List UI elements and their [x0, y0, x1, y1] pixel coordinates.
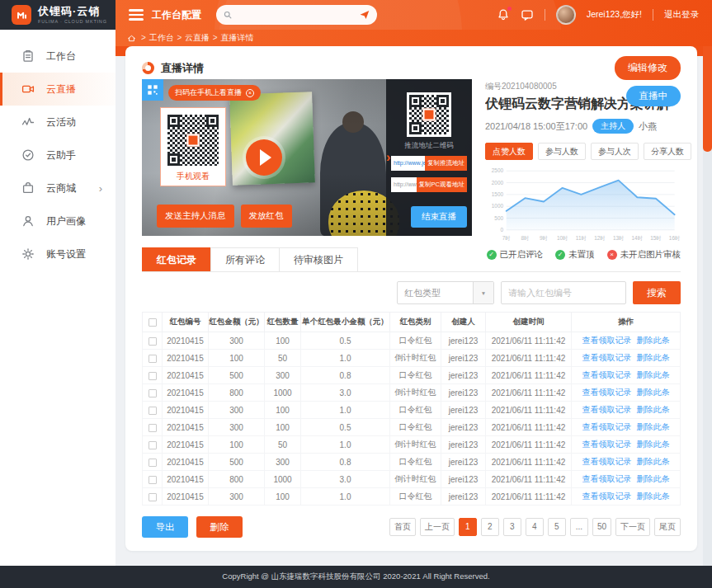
sidebar-item-cloud-activity[interactable]: 云活动: [0, 106, 116, 139]
delete-row-link[interactable]: 删除此条: [637, 457, 670, 466]
send-redpacket-button[interactable]: 发放红包: [241, 205, 292, 228]
menu-toggle-icon[interactable]: [129, 9, 144, 21]
send-icon[interactable]: [359, 9, 370, 21]
view-records-link[interactable]: 查看领取记录: [582, 336, 632, 345]
stat-tab[interactable]: 参与人数: [538, 143, 586, 160]
table-cell: 倒计时红包: [390, 384, 441, 402]
close-icon[interactable]: ×: [246, 89, 254, 97]
delete-row-link[interactable]: 删除此条: [637, 388, 670, 397]
row-checkbox[interactable]: [149, 493, 157, 501]
stat-tab[interactable]: 分享人数: [644, 143, 691, 160]
row-checkbox[interactable]: [149, 389, 157, 397]
brand-logo[interactable]: 伏锂码·云销 FULIMA · CLOUD MKTING: [0, 0, 116, 30]
messages-button[interactable]: [521, 8, 534, 21]
sidebar-item-user-profile[interactable]: 用户画像: [0, 205, 116, 238]
page-ellipsis[interactable]: ...: [570, 518, 588, 536]
page-next[interactable]: 下一页: [615, 518, 650, 536]
page-50[interactable]: 50: [592, 518, 611, 536]
row-checkbox[interactable]: [149, 424, 157, 432]
send-host-message-button[interactable]: 发送主持人消息: [157, 205, 234, 228]
qr-badge-icon[interactable]: [142, 79, 163, 101]
row-checkbox[interactable]: [149, 372, 157, 380]
delete-row-link[interactable]: 删除此条: [637, 440, 670, 449]
table-cell: 100: [265, 402, 301, 419]
workbench-config-link[interactable]: 工作台配置: [152, 8, 201, 22]
export-button[interactable]: 导出: [142, 516, 188, 538]
page-3[interactable]: 3: [503, 518, 521, 536]
view-records-link[interactable]: 查看领取记录: [582, 353, 632, 362]
view-records-link[interactable]: 查看领取记录: [582, 405, 632, 414]
row-checkbox[interactable]: [149, 459, 157, 467]
search-button[interactable]: 搜索: [633, 281, 681, 304]
sidebar-item-cloud-live[interactable]: 云直播: [0, 73, 116, 106]
chevron-right-icon[interactable]: ›: [386, 151, 390, 164]
user-avatar[interactable]: [556, 5, 576, 25]
tab-item[interactable]: 待审核图片: [279, 247, 358, 271]
play-button[interactable]: [246, 139, 282, 176]
table-cell: 100: [209, 350, 265, 367]
delete-row-link[interactable]: 删除此条: [637, 422, 670, 431]
view-records-link[interactable]: 查看领取记录: [582, 474, 632, 483]
table-cell: 0.5: [301, 419, 390, 436]
breadcrumb-item[interactable]: 工作台: [149, 33, 174, 42]
sidebar-item-cloud-mall[interactable]: 云商城›: [0, 172, 116, 205]
copy-stream-url-button[interactable]: 复制推流地址: [425, 156, 467, 171]
edit-button[interactable]: 编辑修改: [615, 56, 681, 80]
sidebar-item-workbench[interactable]: 工作台: [0, 40, 116, 73]
mall-icon: [21, 181, 35, 195]
sidebar-item-cloud-helper[interactable]: 云助手: [0, 139, 116, 172]
scrollbar-track[interactable]: [703, 46, 712, 566]
delete-button[interactable]: 删除: [196, 516, 243, 538]
breadcrumb-item[interactable]: 直播详情: [220, 33, 253, 42]
end-live-button[interactable]: 结束直播: [411, 206, 467, 228]
logout-link[interactable]: 退出登录: [664, 9, 699, 21]
row-checkbox[interactable]: [149, 355, 157, 363]
view-records-link[interactable]: 查看领取记录: [582, 440, 632, 449]
stream-qr-code: [407, 92, 451, 137]
video-preview[interactable]: 扫码在手机上看直播 × 手机观看 发送主持人消息: [142, 79, 472, 236]
select-all-checkbox[interactable]: [149, 318, 157, 327]
divider: [653, 9, 653, 21]
stat-tab[interactable]: 参与人次: [591, 143, 639, 160]
host-name: 小燕: [639, 120, 657, 133]
view-records-link[interactable]: 查看领取记录: [582, 422, 632, 431]
row-checkbox[interactable]: [149, 476, 157, 484]
scrollbar-thumb[interactable]: [703, 46, 712, 152]
page-first[interactable]: 首页: [389, 518, 416, 536]
page-5[interactable]: 5: [548, 518, 566, 536]
stream-url[interactable]: http://www.jerei.com: [391, 156, 425, 171]
sidebar-item-account-settings[interactable]: 账号设置: [0, 238, 116, 270]
home-icon[interactable]: [127, 34, 136, 43]
table-cell: 口令红包: [390, 419, 441, 436]
tab-active[interactable]: 红包记录: [142, 247, 211, 271]
view-records-link[interactable]: 查看领取记录: [582, 457, 632, 466]
row-checkbox[interactable]: [149, 407, 157, 415]
redpacket-id-input[interactable]: [501, 281, 626, 304]
pc-watch-url[interactable]: http://www.jer: [391, 177, 417, 192]
page-2[interactable]: 2: [481, 518, 499, 536]
copy-pc-url-button[interactable]: 复制PC观看地址: [417, 177, 467, 192]
redpacket-type-select[interactable]: 红包类型 ▼: [397, 281, 494, 304]
notifications-button[interactable]: [497, 8, 510, 21]
search-input[interactable]: [238, 10, 354, 20]
view-records-link[interactable]: 查看领取记录: [582, 388, 632, 397]
live-time: 2021/04/18 15:00至17:00: [485, 120, 587, 133]
view-records-link[interactable]: 查看领取记录: [582, 492, 632, 501]
delete-row-link[interactable]: 删除此条: [637, 492, 670, 501]
stat-tab[interactable]: 点赞人数: [485, 143, 533, 160]
delete-row-link[interactable]: 删除此条: [637, 353, 670, 362]
delete-row-link[interactable]: 删除此条: [637, 370, 670, 379]
page-last[interactable]: 尾页: [654, 518, 681, 536]
row-checkbox[interactable]: [149, 337, 157, 346]
page-1[interactable]: 1: [459, 518, 477, 536]
table-row: 202104153001001.0口令红包jerei1232021/06/11 …: [143, 402, 681, 419]
delete-row-link[interactable]: 删除此条: [637, 405, 670, 414]
breadcrumb-item[interactable]: 云直播: [185, 33, 210, 42]
row-checkbox[interactable]: [149, 441, 157, 449]
view-records-link[interactable]: 查看领取记录: [582, 370, 632, 379]
tab-item[interactable]: 所有评论: [210, 247, 280, 271]
delete-row-link[interactable]: 删除此条: [637, 336, 670, 345]
page-4[interactable]: 4: [526, 518, 544, 536]
page-prev[interactable]: 上一页: [420, 518, 455, 536]
delete-row-link[interactable]: 删除此条: [637, 474, 670, 483]
